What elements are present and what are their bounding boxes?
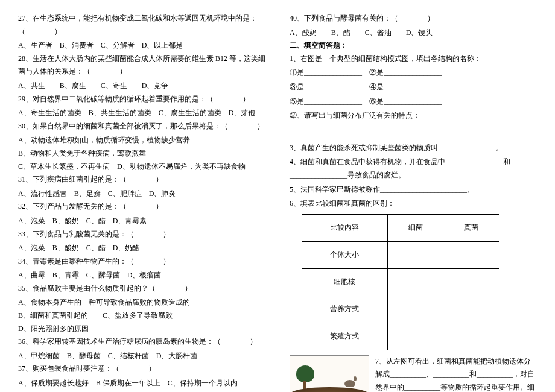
q34-options: A、曲霉 B、青霉 C、酵母菌 D、根瘤菌 [18,269,265,282]
q36-options: A、甲烷细菌 B、酵母菌 C、结核杆菌 D、大肠杆菌 [18,350,265,363]
left-column: 27、在生态系统中，能把有机物变成二氧化碳和水等返回无机环境中的是：（ ） A、… [18,12,265,392]
row-size: 个体大小 [302,241,388,268]
p1-blanks-c: ⑤是________________ ⑥是________________ [290,95,537,109]
comparison-table: 比较内容 细菌 真菌 个体大小 细胞核 营养方式 繁殖方式 [302,214,500,350]
ecosystem-diagram [290,355,369,392]
p1-blanks-a: ①是________________ ②是________________ [290,66,537,80]
q36: 36、科学家用转基因技术生产治疗糖尿病的胰岛素的生物是：（ ） [18,335,265,349]
blank-space [290,124,537,142]
q35-c: D、阳光照射多的原因 [18,323,265,336]
p1-blanks-b: ③是________________ ④是________________ [290,81,537,94]
p1: 1、右图是一个典型的细菌结构模式图，填出各结构的名称： [290,52,537,66]
q33-options: A、泡菜 B、酸奶 C、醋 D、奶酪 [18,242,265,255]
q40: 40、下列食品与酵母菌有关的：（ ） [290,12,537,25]
q29-options: A、寄生生活的菌类 B、共生生活的菌类 C、腐生生活的菌类 D、芽孢 [18,107,265,120]
q32: 32、下列产品与发酵无关的是：（ ） [18,200,265,213]
q30: 30、如果自然界中的细菌和真菌全部被消灭了，那么后果将是：（ ） [18,120,265,133]
table-header-row: 比较内容 细菌 真菌 [302,214,500,241]
cell-blank [443,296,500,323]
q40-options: A、酸奶 B、醋 C、酱油 D、馒头 [290,27,537,40]
p3: 3、真菌产生的能杀死或抑制某些菌类的物质叫________________。 [290,142,537,155]
section-2-title: 二、填空简答题： [290,39,537,52]
worksheet-page: 27、在生态系统中，能把有机物变成二氧化碳和水等返回无机环境中的是：（ ） A、… [18,12,537,392]
q30-c: C、草木生长繁盛，不再生病 D、动物遗体不易腐烂，为类不再缺食物 [18,160,265,174]
q28: 28、生活在人体大肠内的某些细菌能合成人体所需要的维生素 B12 等，这类细菌与… [18,52,265,78]
q31: 31、下列疾病由细菌引起的是：（ ） [18,173,265,186]
q33: 33、下列食品与乳酸菌无关的是：（ ） [18,228,265,241]
cell-blank [443,323,500,350]
tree-icon [296,365,314,390]
p5: 5、法国科学家巴斯德被称作________________________。 [290,183,537,197]
cell-blank [387,323,443,350]
cell-blank [387,268,443,296]
q29: 29、对自然界中二氧化碳等物质的循环起着重要作用的是：（ ） [18,93,265,106]
q7-text: 7、从左图可看出，细菌和真菌能把动植物遗体分解成__________、_____… [375,355,537,392]
cell-blank [387,296,443,323]
table-row: 营养方式 [302,296,500,323]
p6: 6、填表比较细菌和真菌的区别： [290,197,537,210]
cell-blank [443,241,500,268]
p4: 4、细菌和真菌在食品中获得有机物，并在食品中________________和_… [290,156,537,182]
table-row: 繁殖方式 [302,323,500,350]
q35-a: A、食物本身产生的一种可导致食品腐败的物质造成的 [18,296,265,309]
q27-options: A、生产者 B、消费者 C、分解者 D、以上都是 [18,39,265,52]
row-reproduction: 繁殖方式 [302,323,388,350]
q35-b: B、细菌和真菌引起的 C、盐放多了导致腐败 [18,309,265,323]
q31-options: A、流行性感冒 B、足癣 C、肥胖症 D、肺炎 [18,188,265,201]
q35: 35、食品腐败主要是由什么物质引起的？（ ） [18,282,265,296]
rabbit-icon [344,380,355,387]
q7-row: 7、从左图可看出，细菌和真菌能把动植物遗体分解成__________、_____… [290,355,537,392]
table-row: 个体大小 [302,241,500,268]
q34: 34、青霉素是由哪种生物产生的：（ ） [18,255,265,268]
table-row: 细胞核 [302,268,500,296]
q37-d: D、新鲜、保质期内、无防腐剂的食品 [18,390,265,392]
th-fungi: 真菌 [443,214,500,241]
th-compare: 比较内容 [302,214,388,241]
q27: 27、在生态系统中，能把有机物变成二氧化碳和水等返回无机环境中的是：（ ） [18,12,265,38]
row-nutrition: 营养方式 [302,296,388,323]
q28-options: A、共生 B、腐生 C、寄生 D、竞争 [18,80,265,93]
th-bacteria: 细菌 [387,214,443,241]
q30-b: B、动物和人类免于各种疾病，莺歌燕舞 [18,147,265,160]
q32-options: A、泡菜 B、酸奶 C、醋 D、青霉素 [18,215,265,228]
cell-blank [387,241,443,268]
q30-a: A、动物遗体堆积如山，物质循环变慢，植物缺少营养 [18,134,265,147]
right-column: 40、下列食品与酵母菌有关的：（ ） A、酸奶 B、醋 C、酱油 D、馒头 二、… [290,12,537,392]
p2: ②、请写出与细菌分布广泛有关的特点： [290,109,537,122]
cell-blank [443,268,500,296]
q37-options: A、保质期要越长越好 B 保质期在一年以上 C、保持期一个月以内 [18,377,265,390]
q37: 37、购买包装食品时要注意：（ ） [18,362,265,376]
row-nucleus: 细胞核 [302,268,388,296]
